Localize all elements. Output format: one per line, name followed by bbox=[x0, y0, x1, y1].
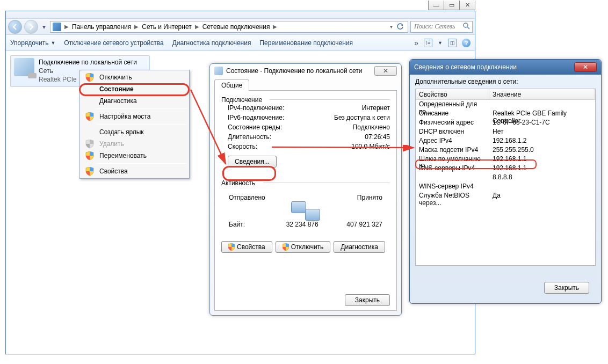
details-table: Свойство Значение Определенный для по...… bbox=[415, 89, 596, 266]
organize-label: Упорядочить bbox=[10, 39, 48, 47]
toolbar: Упорядочить ▼ Отключение сетевого устрой… bbox=[6, 35, 475, 51]
address-bar[interactable]: ▶ Панель управления ▶ Сеть и Интернет ▶ … bbox=[50, 21, 408, 33]
row-val: 255.255.255.0 bbox=[489, 145, 595, 155]
row-prop: DHCP включен bbox=[416, 127, 489, 136]
separator bbox=[96, 163, 187, 164]
titlebar bbox=[6, 11, 475, 19]
row-prop: Физический адрес bbox=[416, 118, 489, 127]
help-button[interactable]: ? bbox=[462, 39, 471, 47]
table-row[interactable]: Определенный для по... bbox=[416, 100, 595, 109]
disable-device-button[interactable]: Отключение сетевого устройства bbox=[64, 39, 163, 47]
nav-history-dropdown[interactable]: ▾ bbox=[40, 23, 48, 31]
tab-general[interactable]: Общие bbox=[214, 79, 249, 91]
row-prop: Маска подсети IPv4 bbox=[416, 145, 489, 155]
chevron-down-icon: ▼ bbox=[50, 40, 55, 46]
row-val bbox=[489, 182, 595, 191]
search-input[interactable] bbox=[413, 22, 456, 31]
separator bbox=[270, 99, 390, 100]
ctx-bridge-label: Настройка моста bbox=[99, 113, 150, 120]
organize-button[interactable]: Упорядочить ▼ bbox=[10, 39, 55, 47]
disable-button[interactable]: Отключить bbox=[276, 241, 331, 253]
shield-icon bbox=[84, 167, 95, 176]
nic-icon bbox=[214, 67, 223, 75]
table-row[interactable]: ОписаниеRealtek PCIe GBE Family Controll… bbox=[416, 109, 595, 118]
preview-pane-button[interactable]: ◫ bbox=[448, 39, 457, 47]
table-row[interactable]: DHCP включенНет bbox=[416, 127, 595, 136]
nic-icon bbox=[14, 58, 34, 76]
details-button[interactable]: Сведения... bbox=[228, 156, 277, 168]
minimize-button[interactable]: — bbox=[428, 1, 444, 10]
separator bbox=[263, 183, 390, 183]
media-value: Подключено bbox=[353, 123, 390, 131]
refresh-button[interactable] bbox=[395, 21, 406, 32]
bytes-label: Байт: bbox=[229, 221, 245, 228]
ctx-status-label: Состояние bbox=[99, 85, 134, 93]
breadcrumb-control-panel[interactable]: Панель управления bbox=[72, 23, 131, 31]
activity-icon bbox=[291, 201, 320, 221]
properties-button[interactable]: Свойства bbox=[221, 241, 272, 253]
close-button[interactable]: ✕ bbox=[459, 1, 475, 10]
search-box[interactable] bbox=[410, 21, 473, 33]
table-row[interactable]: Адрес IPv4192.168.1.2 bbox=[416, 136, 595, 145]
table-row[interactable]: Шлюз по умолчанию IP...192.168.1.1 bbox=[416, 155, 595, 164]
shield-icon bbox=[84, 73, 95, 82]
nav-forward-button[interactable] bbox=[24, 20, 38, 34]
table-header: Свойство Значение bbox=[416, 89, 595, 100]
toolbar-overflow-icon[interactable]: » bbox=[414, 39, 418, 47]
recv-bytes: 407 921 327 bbox=[346, 221, 382, 228]
shield-icon bbox=[84, 112, 95, 121]
col-property[interactable]: Свойство bbox=[416, 89, 489, 99]
table-row[interactable]: Служба NetBIOS через...Да bbox=[416, 191, 595, 200]
close-button[interactable]: Закрыть bbox=[544, 282, 589, 294]
status-titlebar: Состояние - Подключение по локальной сет… bbox=[210, 64, 401, 78]
ctx-diag[interactable]: Диагностика bbox=[81, 95, 188, 107]
close-button[interactable]: Закрыть bbox=[345, 294, 390, 306]
ctx-bridge[interactable]: Настройка моста bbox=[81, 111, 188, 122]
row-prop: Адрес IPv4 bbox=[416, 136, 489, 145]
view-options-button[interactable]: ⁝≡ bbox=[424, 39, 432, 47]
rename-button[interactable]: Переименование подключения bbox=[259, 39, 353, 47]
search-icon[interactable] bbox=[463, 23, 470, 31]
table-row[interactable]: 8.8.8.8 bbox=[416, 173, 595, 182]
breadcrumb-sep-icon: ▶ bbox=[64, 24, 69, 30]
shield-icon bbox=[84, 140, 95, 148]
diagnose-button[interactable]: Диагностика подключения bbox=[172, 39, 251, 47]
ipv4-value: Интернет bbox=[362, 104, 390, 112]
ctx-disable[interactable]: Отключить bbox=[81, 71, 188, 83]
table-row[interactable]: DNS-серверы IPv4192.168.1.1 bbox=[416, 164, 595, 173]
breadcrumb-sep-icon: ▶ bbox=[195, 24, 199, 30]
ctx-delete: Удалить bbox=[81, 138, 188, 150]
ctx-props[interactable]: Свойства bbox=[81, 165, 188, 177]
shield-icon bbox=[283, 243, 289, 251]
table-row[interactable]: WINS-сервер IPv4 bbox=[416, 182, 595, 191]
row-prop: WINS-сервер IPv4 bbox=[416, 182, 489, 191]
maximize-button[interactable]: ▭ bbox=[444, 1, 460, 10]
details-close-button[interactable]: ✕ bbox=[574, 62, 597, 72]
table-row[interactable]: Маска подсети IPv4255.255.255.0 bbox=[416, 145, 595, 155]
disable-label: Отключить bbox=[291, 243, 324, 251]
details-title: Сведения о сетевом подключении bbox=[414, 63, 517, 71]
col-value[interactable]: Значение bbox=[489, 89, 595, 99]
diagnose-button[interactable]: Диагностика bbox=[334, 241, 385, 253]
shield-icon bbox=[84, 151, 95, 160]
row-val bbox=[489, 100, 595, 109]
row-prop: Определенный для по... bbox=[416, 100, 489, 109]
ctx-rename-label: Переименовать bbox=[99, 152, 147, 159]
group-connection-label: Подключение bbox=[221, 96, 390, 104]
ctx-disable-label: Отключить bbox=[99, 74, 132, 81]
breadcrumb-network[interactable]: Сеть и Интернет bbox=[142, 23, 191, 31]
ctx-rename[interactable]: Переименовать bbox=[81, 150, 188, 162]
status-close-button[interactable]: ✕ bbox=[374, 66, 397, 76]
ctx-shortcut[interactable]: Создать ярлык bbox=[81, 126, 188, 138]
table-row[interactable]: Физический адрес1C-6F-65-23-C1-7C bbox=[416, 118, 595, 127]
details-body: Дополнительные сведения о сети: Свойство… bbox=[415, 78, 596, 299]
address-dropdown-icon[interactable]: ▾ bbox=[390, 24, 393, 30]
speed-value: 100.0 Мбит/с bbox=[351, 143, 390, 150]
svg-point-0 bbox=[464, 23, 468, 27]
address-row: ▾ ▶ Панель управления ▶ Сеть и Интернет … bbox=[6, 19, 475, 35]
media-label: Состояние среды: bbox=[221, 123, 282, 131]
breadcrumb-connections[interactable]: Сетевые подключения bbox=[202, 23, 270, 31]
ctx-status[interactable]: Состояние bbox=[81, 83, 188, 95]
nav-back-button[interactable] bbox=[8, 20, 22, 34]
status-dialog: Состояние - Подключение по локальной сет… bbox=[209, 63, 402, 316]
